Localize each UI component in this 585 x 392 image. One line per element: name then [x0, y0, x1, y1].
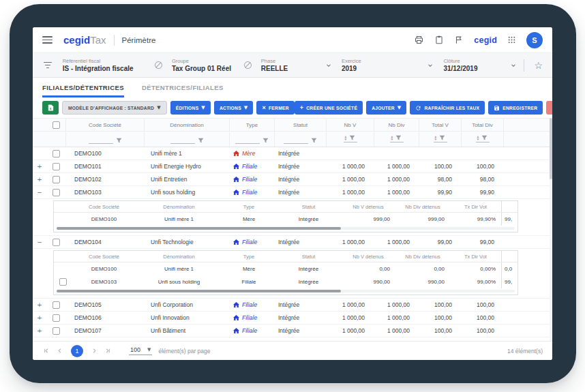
row-checkbox[interactable]: [52, 163, 60, 170]
sub-row-checkbox[interactable]: [59, 278, 67, 286]
apps-grid-icon[interactable]: [507, 35, 516, 44]
enregistrer-button[interactable]: ENREGISTRER: [488, 101, 543, 115]
column-filter[interactable]: ▴▾: [461, 132, 503, 147]
creer-societe-button[interactable]: +CRÉER UNE SOCIÉTÉ: [295, 101, 363, 115]
table-row[interactable]: +DEMO101Unifi Energie HydroFilialeIntégr…: [33, 160, 552, 173]
table-row[interactable]: +DEMO107Unfi BâtimentFilialeIntégrée1 00…: [33, 325, 552, 337]
filter-funnel-icon[interactable]: [395, 135, 402, 141]
filter-input[interactable]: [390, 142, 404, 142]
expand-toggle[interactable]: −: [33, 239, 46, 246]
sub-table-row[interactable]: DEMO103Unfi sous holdingFilialeIntégrée9…: [54, 275, 518, 288]
table-row[interactable]: +DEMO102Unifi EntretienFilialeIntégrée1 …: [33, 173, 552, 186]
row-checkbox[interactable]: [52, 176, 60, 183]
expand-toggle[interactable]: +: [33, 327, 46, 335]
column-header[interactable]: Nb V: [326, 119, 374, 131]
column-filter[interactable]: ▴▾: [419, 132, 461, 147]
filter-funnel-icon[interactable]: [262, 138, 269, 144]
cegid-brand-logo[interactable]: cegid: [474, 35, 497, 45]
current-page-button[interactable]: 1: [71, 345, 83, 357]
chevron-down-icon[interactable]: [325, 62, 332, 69]
filter-funnel-icon[interactable]: [439, 135, 445, 141]
table-row[interactable]: DEMO100Unifi mère 1MèreIntégrée: [33, 147, 552, 160]
expand-toggle[interactable]: −: [33, 189, 46, 196]
column-header[interactable]: Total V: [419, 119, 461, 131]
filter-funnel-icon[interactable]: [116, 138, 122, 144]
filter-input[interactable]: [476, 142, 490, 142]
hamburger-menu-icon[interactable]: [42, 36, 52, 44]
column-header[interactable]: Type: [229, 119, 274, 131]
row-checkbox[interactable]: [52, 314, 60, 322]
expand-toggle[interactable]: +: [33, 301, 46, 309]
vertical-scrollbar[interactable]: [550, 118, 552, 341]
column-header[interactable]: Total Div: [461, 119, 503, 131]
page-size-select[interactable]: 100▼: [129, 346, 152, 355]
sort-stepper[interactable]: ▴▾: [435, 135, 437, 141]
editions-dropdown[interactable]: ÉDITIONS▼: [170, 101, 211, 115]
column-filter[interactable]: [144, 132, 229, 147]
fermer-button[interactable]: ×FERMER: [256, 101, 294, 115]
table-row[interactable]: −DEMO104Unfi TechnologieFilialeIntégrée1…: [33, 236, 552, 249]
filter-field-exercice[interactable]: Exercice 2019: [342, 58, 421, 72]
filter-lines-icon[interactable]: [42, 62, 53, 69]
tab-detentrices-filiales[interactable]: DÉTENTRICES/FILIALES: [142, 78, 224, 97]
table-row[interactable]: +DEMO105Unfi CorporationFilialeIntégrée1…: [33, 299, 552, 312]
filter-field-referentiel-fiscal[interactable]: Référentiel fiscal IS - Intégration fisc…: [63, 58, 149, 72]
column-header[interactable]: Code Société: [65, 119, 144, 131]
avatar[interactable]: S: [526, 32, 543, 48]
row-checkbox[interactable]: [52, 301, 60, 309]
filter-funnel-icon[interactable]: [198, 138, 204, 144]
column-filter[interactable]: [65, 132, 144, 147]
select-all-checkbox[interactable]: [52, 121, 60, 129]
expand-toggle[interactable]: +: [33, 314, 46, 322]
rafraichir-taux-button[interactable]: RAFRAÎCHIR LES TAUX: [410, 101, 485, 115]
column-filter[interactable]: [274, 132, 326, 147]
print-icon[interactable]: [414, 35, 424, 45]
row-checkbox[interactable]: [52, 327, 60, 335]
column-header[interactable]: Statut: [274, 119, 326, 131]
sub-table-row[interactable]: DEMO100Unifi mère 1MèreIntégrée0,000,000…: [54, 262, 518, 275]
expand-toggle[interactable]: +: [33, 176, 46, 183]
filter-input[interactable]: [284, 143, 308, 144]
filter-field-phase[interactable]: Phase REELLE: [261, 58, 320, 72]
sort-stepper[interactable]: ▴▾: [391, 135, 393, 141]
sort-stepper[interactable]: ▴▾: [477, 135, 479, 141]
previous-page-icon[interactable]: [56, 347, 63, 355]
filter-input[interactable]: [434, 142, 447, 142]
column-header[interactable]: Dénomination: [144, 119, 229, 131]
clear-icon[interactable]: [244, 61, 252, 69]
first-page-icon[interactable]: [42, 347, 50, 355]
sort-stepper[interactable]: ▴▾: [345, 135, 347, 141]
sub-table-row[interactable]: DEMO100Unifi mère 1MèreIntégrée999,00999…: [54, 213, 518, 226]
clear-icon[interactable]: [155, 61, 162, 69]
filter-field-groupe[interactable]: Groupe Tax Group 01 Réel: [172, 58, 239, 72]
filter-input[interactable]: [170, 143, 195, 144]
filter-funnel-icon[interactable]: [349, 135, 355, 141]
filter-input[interactable]: [344, 142, 357, 142]
ajouter-dropdown[interactable]: AJOUTER▼: [366, 101, 406, 115]
horizontal-scrollbar[interactable]: [57, 290, 515, 292]
excel-export-button[interactable]: x: [42, 101, 59, 115]
star-favorite-icon[interactable]: ☆: [534, 60, 543, 71]
filter-input[interactable]: [89, 143, 113, 144]
filter-input[interactable]: [235, 143, 260, 144]
column-header[interactable]: Nb Div: [374, 119, 419, 131]
filter-field-cloture[interactable]: Clôture 31/12/2019: [443, 58, 505, 72]
supprimer-button[interactable]: SUPPRIMER: [546, 101, 552, 115]
table-row[interactable]: −DEMO103Unfi sous holdingFilialeIntégrée…: [33, 186, 552, 199]
column-filter[interactable]: ▴▾: [326, 132, 374, 147]
clipboard-icon[interactable]: [434, 35, 444, 45]
chevron-down-icon[interactable]: [427, 62, 434, 69]
table-row[interactable]: +DEMO106Unfi InnovationFilialeIntégrée1 …: [33, 312, 552, 325]
expand-toggle[interactable]: +: [33, 163, 46, 170]
next-page-icon[interactable]: [91, 347, 98, 355]
flag-icon[interactable]: [454, 35, 464, 45]
display-model-dropdown[interactable]: MODÈLE D'AFFICHAGE : STANDARD▼: [62, 101, 167, 115]
filter-funnel-icon[interactable]: [311, 138, 317, 144]
horizontal-scrollbar[interactable]: [57, 227, 515, 230]
column-filter[interactable]: ▴▾: [374, 132, 419, 147]
row-checkbox[interactable]: [52, 189, 60, 196]
actions-dropdown[interactable]: ACTIONS▼: [214, 101, 253, 115]
row-checkbox[interactable]: [52, 239, 60, 246]
last-page-icon[interactable]: [104, 347, 112, 355]
row-checkbox[interactable]: [52, 150, 60, 157]
